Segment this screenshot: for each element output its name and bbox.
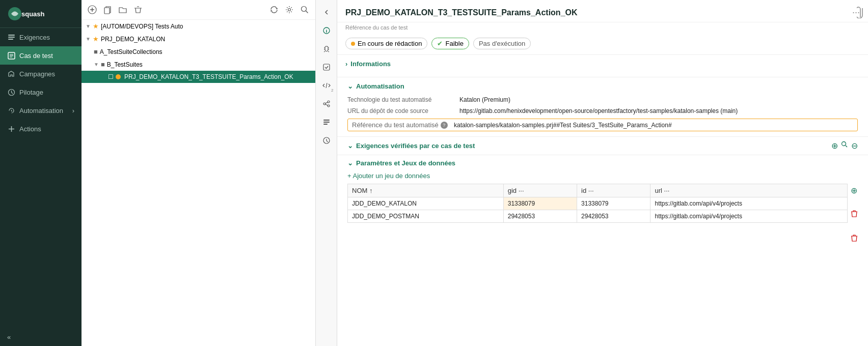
main-subtitle: Référence du cas de test	[337, 22, 868, 35]
tree-node-a-testsuite[interactable]: ■ A_TestSuiteCollections	[82, 45, 315, 58]
table-row[interactable]: JDD_DEMO_KATALON 31338079 31338079 https…	[348, 197, 848, 210]
col-header-gid[interactable]: gid ···	[503, 184, 577, 197]
automatisation-header[interactable]: ⌄ Automatisation	[347, 82, 858, 90]
add-node-icon[interactable]	[87, 4, 98, 15]
search-icon[interactable]	[299, 4, 310, 15]
sidebar-item-label: Pilotage	[19, 89, 43, 96]
svg-rect-17	[323, 122, 330, 123]
status-execution-label: Pas d'exécution	[479, 40, 525, 47]
cell-id-1: 31338079	[577, 197, 650, 210]
sidebar-item-label: Exigences	[19, 34, 50, 41]
tree-node-prj-demo[interactable]: ▼ ★ PRJ_DEMO_KATALON	[82, 33, 315, 45]
tree-node-selected-item[interactable]: ☐ PRJ_DEMO_KATALON_T3_TESTSUITE_Params_A…	[82, 71, 315, 83]
automation-label-2: URL du dépôt de code source	[347, 107, 459, 114]
sidebar-collapse-button[interactable]: «	[0, 328, 82, 346]
delete-node-icon[interactable]	[132, 4, 144, 15]
sync-icon[interactable]	[268, 4, 280, 15]
exigences-header[interactable]: ⌄ Exigences vérifiées par ce cas de test	[347, 142, 475, 150]
svg-rect-2	[8, 35, 15, 36]
sidebar-item-actions[interactable]: Actions	[0, 120, 82, 138]
add-exigence-icon[interactable]: ⊕	[831, 141, 838, 151]
tree-toolbar-right	[268, 4, 310, 15]
sidebar-item-label: Cas de test	[19, 52, 53, 60]
svg-point-10	[302, 7, 307, 12]
sidebar-item-cas-de-test[interactable]: Cas de test	[0, 46, 82, 65]
informations-section: › Informations	[337, 55, 868, 77]
params-label: Paramètres et Jeux de données	[356, 159, 455, 167]
folder-node-icon[interactable]	[117, 4, 128, 15]
chevron-info-icon: ›	[345, 60, 347, 68]
node-label: B_TestSuites	[107, 61, 143, 68]
status-redaction-badge[interactable]: En cours de rédaction	[345, 38, 427, 49]
informations-header[interactable]: › Informations	[345, 60, 860, 68]
test-item-icon: ☐	[108, 73, 114, 80]
attachment-icon[interactable]	[857, 6, 864, 21]
info-circle-icon: ?	[441, 122, 448, 129]
delete-row-2-icon[interactable]	[851, 234, 858, 244]
search-exigence-icon[interactable]	[841, 141, 848, 151]
exigences-icon	[7, 33, 15, 41]
svg-point-15	[323, 103, 326, 105]
status-bar: En cours de rédaction ✔ Faible Pas d'exé…	[337, 35, 868, 54]
automation-row-1: Technologie du test automatisé Katalon (…	[347, 94, 858, 105]
clock-icon[interactable]	[318, 132, 335, 149]
automatisation-section: ⌄ Automatisation Technologie du test aut…	[337, 77, 868, 136]
svg-rect-16	[323, 120, 330, 121]
params-header[interactable]: ⌄ Paramètres et Jeux de données	[347, 159, 858, 167]
col-header-nom[interactable]: NOM ↑	[348, 184, 504, 197]
automation-table: Technologie du test automatisé Katalon (…	[347, 94, 858, 131]
copy-node-icon[interactable]	[102, 4, 113, 15]
add-row-icon[interactable]: ⊕	[851, 186, 858, 195]
status-level-badge[interactable]: ✔ Faible	[431, 38, 469, 49]
svg-point-20	[842, 142, 846, 146]
actions-icon	[7, 125, 15, 133]
add-jeu-button[interactable]: + Ajouter un jeu de données	[347, 172, 858, 180]
star-icon: ★	[93, 35, 99, 43]
table-row[interactable]: JDD_DEMO_POSTMAN 29428053 29428053 https…	[348, 210, 848, 223]
automation-row-2: URL du dépôt de code source https://gitl…	[347, 105, 858, 117]
chevron-left-icon[interactable]	[318, 4, 335, 20]
sidebar-item-pilotage[interactable]: Pilotage	[0, 83, 82, 101]
chevron-params-icon: ⌄	[347, 159, 353, 167]
expand-icon: ▼	[86, 36, 91, 42]
svg-point-9	[288, 9, 291, 11]
sidebar-item-campagnes[interactable]: Campagnes	[0, 65, 82, 83]
cell-nom-1: JDD_DEMO_KATALON	[348, 197, 504, 210]
sidebar-item-label: Campagnes	[19, 70, 55, 78]
chevron-right-icon: ›	[72, 107, 74, 114]
check-level-icon: ✔	[437, 40, 443, 47]
status-execution-badge[interactable]: Pas d'exécution	[473, 38, 531, 49]
remove-exigence-icon[interactable]: ⊖	[851, 141, 858, 151]
settings-icon[interactable]	[284, 4, 295, 15]
svg-rect-8	[104, 8, 110, 14]
status-dot-yellow	[116, 74, 121, 79]
automation-value-1: Katalon (Premium)	[459, 96, 510, 103]
svg-text:squash: squash	[21, 10, 45, 18]
check-icon[interactable]	[318, 59, 335, 75]
col-header-id[interactable]: id ···	[577, 184, 650, 197]
col-header-url[interactable]: url ···	[650, 184, 848, 197]
exigences-label: Exigences vérifiées par ce cas de test	[356, 142, 475, 150]
cell-nom-2: JDD_DEMO_POSTMAN	[348, 210, 504, 223]
list-icon[interactable]	[318, 114, 335, 130]
expand-icon: ▼	[94, 62, 99, 67]
delete-row-1-icon[interactable]	[851, 210, 858, 220]
params-section: ⌄ Paramètres et Jeux de données + Ajoute…	[337, 155, 868, 248]
params-table-header-row: NOM ↑ gid ··· id ··· url ···	[348, 184, 848, 197]
informations-label: Informations	[350, 60, 391, 68]
tree-content: ▼ ★ [AUTOM/DEVOPS] Tests Auto ▼ ★ PRJ_DE…	[82, 20, 315, 346]
status-redaction-label: En cours de rédaction	[358, 40, 422, 47]
sidebar-item-automatisation[interactable]: Automatisation ›	[0, 101, 82, 120]
tree-node-b-testsuites[interactable]: ▼ ■ B_TestSuites	[82, 58, 315, 71]
cell-gid-2: 29428053	[503, 210, 577, 223]
tree-toolbar	[82, 0, 315, 20]
tree-node-autom-devops[interactable]: ▼ ★ [AUTOM/DEVOPS] Tests Auto	[82, 20, 315, 33]
sidebar-item-exigences[interactable]: Exigences	[0, 28, 82, 46]
info-tab-icon[interactable]	[318, 22, 335, 39]
cell-gid-1: 31338079	[503, 197, 577, 210]
collapse-icon: «	[7, 333, 11, 341]
node-label: PRJ_DEMO_KATALON	[101, 36, 165, 43]
bug-icon[interactable]	[318, 41, 335, 57]
code-icon[interactable]: 2	[318, 77, 335, 94]
share-icon[interactable]	[318, 96, 335, 112]
